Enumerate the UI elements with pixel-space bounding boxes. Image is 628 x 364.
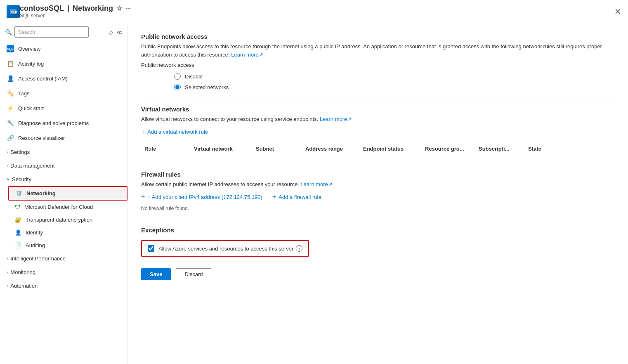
sidebar-group-header-intelligent-performance[interactable]: › Intelligent Performance — [0, 252, 127, 265]
sidebar-group-header-settings[interactable]: › Settings — [0, 145, 127, 159]
sidebar-search-area: 🔍 ◇ ≪ — [0, 23, 127, 41]
firewall-rules-title: Firewall rules — [141, 171, 615, 178]
info-icon[interactable]: i — [296, 245, 302, 252]
header-title: contosoSQL | Networking ☆ ··· — [20, 4, 131, 13]
virtual-networks-desc: Allow virtual networks to connect to you… — [141, 115, 615, 123]
exceptions-title: Exceptions — [141, 227, 615, 234]
sidebar-group-security: ∨ Security 🛡️ Networking 🛡 Microsoft Def… — [0, 173, 127, 252]
radio-selected-networks-label[interactable]: Selected networks — [185, 84, 229, 90]
virtual-networks-title: Virtual networks — [141, 106, 615, 113]
discard-button[interactable]: Discard — [176, 268, 211, 280]
divider-3 — [141, 218, 615, 218]
add-virtual-network-label: Add a virtual network rule — [147, 129, 208, 135]
add-client-ip-label: + Add your client IPv4 address (172.124.… — [147, 194, 262, 200]
sidebar-item-defender[interactable]: 🛡 Microsoft Defender for Cloud — [8, 201, 127, 213]
radio-option-selected-networks[interactable]: Selected networks — [174, 84, 615, 90]
sidebar-item-label-quick-start: Quick start — [18, 105, 121, 111]
resource-visualizer-icon: 🔗 — [7, 134, 14, 142]
divider-2 — [141, 164, 615, 164]
firewall-rules-learn-more-link[interactable]: Learn more↗ — [300, 181, 332, 187]
sidebar-item-resource-visualizer[interactable]: 🔗 Resource visualizer — [0, 130, 127, 145]
sidebar-group-label-security: Security — [12, 176, 31, 182]
collapse-icon[interactable]: ≪ — [116, 29, 123, 35]
col-resource-group: Resource gro... — [422, 144, 475, 154]
filter-icon[interactable]: ◇ — [109, 29, 113, 35]
sidebar-item-label-activity-log: Activity log — [18, 61, 121, 67]
sidebar-item-label-defender: Microsoft Defender for Cloud — [24, 204, 93, 210]
add-virtual-network-rule-link[interactable]: + Add a virtual network rule — [141, 128, 615, 136]
sidebar-item-label-resource-visualizer: Resource visualizer — [18, 135, 121, 141]
sidebar-group-data-management: › Data management — [0, 159, 127, 173]
sidebar-item-label-tags: Tags — [18, 90, 121, 97]
col-address-range: Address range — [302, 144, 360, 154]
public-network-learn-more-link[interactable]: Learn more↗ — [231, 52, 263, 58]
public-network-access-title: Public network access — [141, 33, 615, 40]
sidebar-item-label-auditing: Auditing — [26, 242, 45, 248]
col-rule: Rule — [141, 144, 191, 154]
header: SQL contosoSQL | Networking ☆ ··· SQL se… — [0, 0, 628, 23]
quick-start-icon: ⚡ — [7, 104, 14, 112]
save-button[interactable]: Save — [141, 268, 171, 280]
plus-icon-client-ip: + — [141, 193, 145, 201]
radio-selected-networks[interactable] — [174, 84, 181, 90]
sidebar-item-label-overview: Overview — [18, 46, 121, 52]
allow-azure-label-text: Allow Azure services and resources to ac… — [158, 246, 293, 252]
more-options-icon[interactable]: ··· — [125, 5, 131, 12]
add-client-ip-link[interactable]: + + Add your client IPv4 address (172.12… — [141, 193, 262, 201]
divider-1 — [141, 99, 615, 99]
sidebar-item-networking[interactable]: 🛡️ Networking — [8, 186, 127, 201]
add-firewall-rule-link[interactable]: + Add a firewall rule — [272, 193, 321, 201]
favorite-star-icon[interactable]: ☆ — [116, 5, 122, 12]
sidebar-group-header-monitoring[interactable]: › Monitoring — [0, 265, 127, 279]
sidebar: 🔍 ◇ ≪ SQL Overview 📋 Activity log 👤 Acce… — [0, 23, 128, 364]
public-network-access-section: Public network access Public Endpoints a… — [141, 33, 615, 90]
firewall-rules-section: Firewall rules Allow certain public inte… — [141, 171, 615, 212]
networking-icon: 🛡️ — [16, 190, 22, 196]
iam-icon: 👤 — [7, 75, 14, 82]
radio-disable-label[interactable]: Disable — [185, 73, 203, 80]
sidebar-group-header-data-management[interactable]: › Data management — [0, 159, 127, 173]
sidebar-group-intelligent-performance: › Intelligent Performance — [0, 252, 127, 265]
sidebar-group-monitoring: › Monitoring — [0, 265, 127, 279]
radio-disable[interactable] — [174, 73, 181, 80]
allow-azure-label[interactable]: Allow Azure services and resources to ac… — [158, 245, 302, 252]
sidebar-group-header-automation[interactable]: › Automation — [0, 279, 127, 293]
public-network-radio-group: Disable Selected networks — [174, 73, 615, 90]
sidebar-item-encryption[interactable]: 🔐 Transparent data encryption — [8, 213, 127, 226]
diagnose-icon: 🔧 — [7, 119, 14, 127]
close-icon[interactable]: ✕ — [614, 7, 621, 17]
public-network-field-label: Public network access — [141, 62, 615, 68]
chevron-right-icon-automation: › — [7, 284, 8, 288]
chevron-right-icon-perf: › — [7, 256, 8, 261]
resource-subtitle: SQL server — [20, 13, 131, 19]
sidebar-item-tags[interactable]: 🏷️ Tags — [0, 86, 127, 101]
auditing-icon: 📄 — [15, 242, 21, 248]
tags-icon: 🏷️ — [7, 90, 14, 97]
public-network-access-desc: Public Endpoints allow access to this re… — [141, 43, 615, 59]
sidebar-item-label-diagnose: Diagnose and solve problems — [18, 120, 121, 126]
sidebar-item-overview[interactable]: SQL Overview — [0, 41, 127, 56]
sidebar-item-iam[interactable]: 👤 Access control (IAM) — [0, 71, 127, 86]
firewall-actions-row: + + Add your client IPv4 address (172.12… — [141, 193, 615, 201]
add-firewall-rule-label: Add a firewall rule — [279, 194, 321, 200]
search-input[interactable] — [14, 26, 89, 38]
sidebar-item-activity-log[interactable]: 📋 Activity log — [0, 56, 127, 71]
sidebar-group-label-monitoring: Monitoring — [10, 269, 35, 275]
sidebar-group-header-security[interactable]: ∨ Security — [0, 173, 127, 186]
activity-log-icon: 📋 — [7, 60, 14, 67]
sidebar-item-diagnose[interactable]: 🔧 Diagnose and solve problems — [0, 116, 127, 130]
defender-icon: 🛡 — [15, 204, 20, 210]
sidebar-item-label-networking: Networking — [26, 190, 56, 196]
allow-azure-checkbox[interactable] — [148, 245, 154, 252]
sidebar-search-actions: ◇ ≪ — [109, 29, 123, 35]
content-area: Public network access Public Endpoints a… — [128, 23, 628, 364]
chevron-down-icon-security: ∨ — [7, 177, 9, 182]
sidebar-item-quick-start[interactable]: ⚡ Quick start — [0, 101, 127, 116]
virtual-networks-learn-more-link[interactable]: Learn more↗ — [320, 116, 352, 122]
no-firewall-rule-text: No firewall rule found. — [141, 206, 615, 211]
sidebar-security-children: 🛡️ Networking 🛡 Microsoft Defender for C… — [0, 186, 127, 252]
radio-option-disable[interactable]: Disable — [174, 73, 615, 80]
sidebar-item-label-iam: Access control (IAM) — [18, 76, 121, 82]
sidebar-item-auditing[interactable]: 📄 Auditing — [8, 239, 127, 252]
sidebar-item-identity[interactable]: 👤 Identity — [8, 226, 127, 239]
